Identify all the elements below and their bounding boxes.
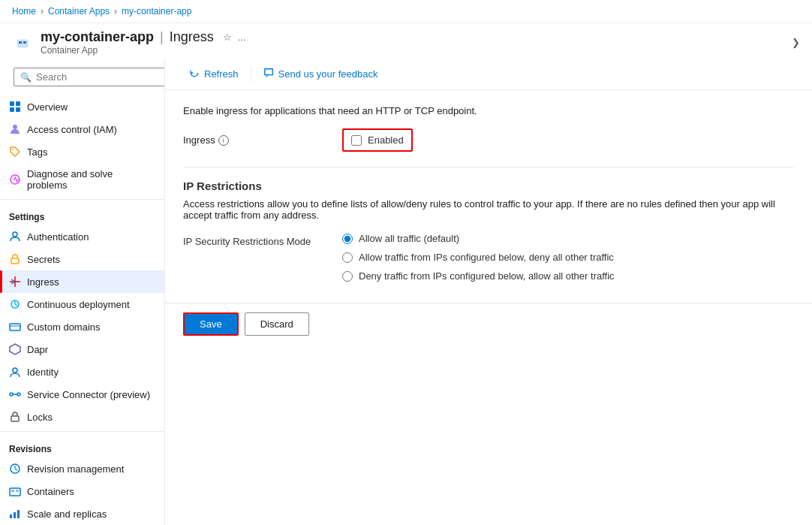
sidebar-item-revision-management-label: Revision management (27, 463, 124, 475)
radio-allow-all-input[interactable] (342, 234, 353, 244)
sidebar-item-access-label: Access control (IAM) (27, 124, 117, 135)
breadcrumb-container-apps[interactable]: Container Apps (48, 6, 110, 17)
search-icon: 🔍 (20, 72, 32, 83)
save-button[interactable]: Save (183, 312, 239, 336)
svg-rect-25 (17, 510, 20, 518)
app-header: my-container-app | Ingress ☆ ... Contain… (0, 23, 812, 59)
ingress-enabled-checkbox[interactable] (351, 135, 362, 146)
locks-icon (9, 411, 21, 423)
sidebar-item-revision-management[interactable]: Revision management (0, 457, 164, 480)
nav-divider-1 (0, 199, 164, 200)
refresh-label: Refresh (204, 68, 239, 80)
svg-rect-5 (10, 107, 14, 112)
ip-restrictions-section: IP Restrictions Access restrictions allo… (183, 180, 794, 282)
feedback-icon (263, 68, 274, 80)
revisions-section-label: Revisions (0, 435, 164, 457)
sidebar-item-dapr-label: Dapr (27, 344, 48, 355)
separator: | (160, 29, 164, 45)
radio-deny-configured-input[interactable] (342, 271, 353, 282)
search-input[interactable] (36, 71, 162, 83)
ingress-label: Ingress i (183, 134, 333, 146)
radio-allow-all-label: Allow all traffic (default) (359, 233, 459, 244)
sidebar-item-secrets-label: Secrets (27, 254, 60, 265)
breadcrumb-app-name[interactable]: my-container-app (122, 6, 191, 17)
sidebar-item-ingress-label: Ingress (27, 276, 59, 288)
toolbar: Refresh Send us your feedback (165, 59, 812, 90)
sidebar-item-custom-domains-label: Custom domains (27, 321, 101, 333)
svg-rect-20 (10, 488, 20, 496)
dapr-icon (9, 343, 21, 355)
favorite-icon[interactable]: ☆ (223, 32, 232, 43)
section-divider (183, 167, 794, 167)
ip-restrictions-title: IP Restrictions (183, 180, 794, 192)
title-group: my-container-app | Ingress ☆ ... Contain… (41, 29, 246, 56)
sidebar-item-dapr[interactable]: Dapr (0, 338, 164, 361)
sidebar-item-identity[interactable]: Identity (0, 361, 164, 383)
radio-allow-configured-label: Allow traffic from IPs configured below,… (359, 252, 614, 263)
ip-restrictions-desc: Access restrictions allow you to define … (183, 198, 794, 221)
footer-bar: Save Discard (165, 303, 812, 345)
tags-icon (9, 146, 21, 158)
overview-icon (9, 101, 21, 113)
discard-button[interactable]: Discard (245, 312, 309, 336)
radio-deny-configured[interactable]: Deny traffic from IPs configured below, … (342, 270, 615, 282)
feedback-button[interactable]: Send us your feedback (257, 65, 384, 83)
sidebar-item-diagnose-label: Diagnose and solve problems (27, 168, 155, 191)
radio-allow-configured-input[interactable] (342, 252, 353, 263)
sidebar-item-containers[interactable]: Containers (0, 480, 164, 502)
svg-point-16 (10, 393, 13, 396)
breadcrumb-home[interactable]: Home (12, 6, 36, 17)
connector-icon (9, 388, 21, 400)
sidebar-item-custom-domains[interactable]: Custom domains (0, 315, 164, 338)
sidebar-item-authentication-label: Authentication (27, 231, 89, 243)
sidebar-item-authentication[interactable]: Authentication (0, 225, 164, 248)
sidebar-item-overview-label: Overview (27, 101, 68, 113)
identity-icon (9, 366, 21, 378)
sidebar-item-scale-replicas[interactable]: Scale and replicas (0, 502, 164, 525)
svg-point-10 (13, 232, 17, 237)
sidebar-item-overview[interactable]: Overview (0, 95, 164, 118)
svg-rect-21 (11, 490, 14, 492)
toolbar-divider (251, 67, 251, 82)
search-box[interactable]: 🔍 (14, 68, 165, 86)
enabled-checkbox-wrapper: Enabled (342, 128, 413, 152)
sidebar-item-service-connector-label: Service Connector (preview) (27, 389, 150, 400)
svg-rect-0 (17, 40, 28, 47)
ip-mode-label: IP Security Restrictions Mode (183, 233, 333, 247)
app-subtitle: Container App (41, 45, 246, 56)
refresh-button[interactable]: Refresh (183, 65, 245, 83)
sidebar-item-diagnose[interactable]: Diagnose and solve problems (0, 163, 164, 196)
page-title: Ingress (170, 29, 214, 45)
ip-mode-radio-group: Allow all traffic (default) Allow traffi… (342, 233, 615, 282)
sidebar-item-ingress[interactable]: Ingress (0, 270, 164, 293)
ingress-icon (9, 276, 21, 288)
enable-ingress-desc: Enable ingress for applications that nee… (183, 105, 794, 116)
radio-allow-configured[interactable]: Allow traffic from IPs configured below,… (342, 252, 615, 263)
settings-section-label: Settings (0, 203, 164, 225)
svg-rect-22 (16, 490, 19, 492)
ingress-info-icon[interactable]: i (218, 135, 229, 146)
sidebar-item-continuous-deployment[interactable]: Continuous deployment (0, 293, 164, 315)
scale-icon (9, 508, 21, 520)
sidebar-item-scale-replicas-label: Scale and replicas (27, 508, 107, 520)
sidebar-item-locks[interactable]: Locks (0, 406, 164, 428)
sidebar-item-access-control[interactable]: Access control (IAM) (0, 118, 164, 140)
svg-rect-18 (11, 416, 19, 421)
enabled-label[interactable]: Enabled (368, 134, 404, 146)
sidebar-item-service-connector[interactable]: Service Connector (preview) (0, 383, 164, 406)
svg-point-15 (13, 368, 17, 373)
domains-icon (9, 321, 21, 333)
sidebar-item-tags-label: Tags (27, 146, 47, 158)
refresh-icon (189, 68, 200, 80)
sidebar-item-secrets[interactable]: Secrets (0, 248, 164, 270)
app-icon (12, 32, 33, 53)
svg-rect-4 (16, 101, 20, 106)
svg-point-17 (17, 393, 20, 396)
sidebar-item-tags[interactable]: Tags (0, 140, 164, 163)
more-options-icon[interactable]: ... (238, 32, 246, 43)
sidebar: 🔍 « Overview Access control (IAM) Tags (0, 59, 165, 525)
svg-rect-24 (14, 512, 16, 518)
expand-panel-icon[interactable]: ❯ (792, 37, 800, 48)
radio-allow-all[interactable]: Allow all traffic (default) (342, 233, 615, 244)
app-title: my-container-app (41, 29, 154, 45)
